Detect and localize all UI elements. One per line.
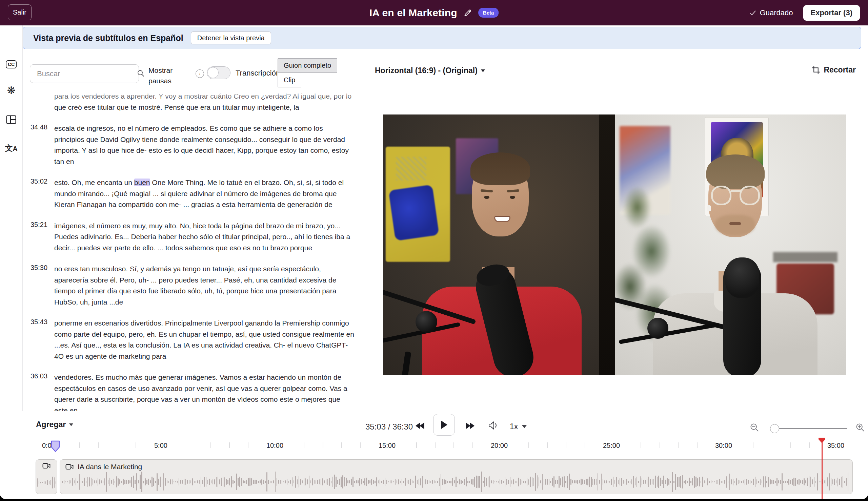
translate-icon[interactable]: 文A xyxy=(4,141,18,155)
info-icon: i xyxy=(195,70,204,78)
ruler-time-label: 25:00 xyxy=(603,442,620,449)
ruler-tick xyxy=(117,443,118,448)
playback-time: 35:03 / 36:30 xyxy=(366,422,413,431)
ruler-tick xyxy=(79,443,80,448)
paragraph-text[interactable]: escala de ingresos, no el número de empl… xyxy=(54,123,354,167)
ruler-time-label: 15:00 xyxy=(379,442,395,449)
ruler-tick xyxy=(566,443,567,448)
ruler-tick xyxy=(304,443,305,448)
speaker-right-shot xyxy=(615,115,847,375)
transcript-paragraph[interactable]: 35:30no eres tan musculoso. Sí, y además… xyxy=(31,264,354,308)
clip-tab[interactable]: Clip xyxy=(278,73,301,87)
ruler-time-label: 5:00 xyxy=(154,442,167,449)
zoom-out-icon[interactable] xyxy=(750,423,759,432)
paragraph-text[interactable]: vendedores. Es mucho más que generar imá… xyxy=(54,372,354,411)
timeline-ruler[interactable]: 0:005:0010:0015:0020:0025:0030:0035:00 xyxy=(22,440,868,455)
paragraph-timestamp: 35:43 xyxy=(31,318,49,362)
play-button[interactable] xyxy=(433,414,455,436)
ruler-tick xyxy=(697,443,698,448)
rewind-button[interactable] xyxy=(415,422,425,430)
transcript-paragraph[interactable]: 35:02esto. Oh, me encanta un buen One Mo… xyxy=(31,177,354,210)
chevron-down-icon xyxy=(522,425,527,428)
ruler-tick xyxy=(790,443,791,448)
video-camera-icon xyxy=(65,463,74,470)
shelf-edge xyxy=(599,115,615,375)
paragraph-text[interactable]: esto. Oh, me encanta un buen One More Th… xyxy=(54,177,354,210)
ruler-tick xyxy=(136,443,136,448)
tool-sidebar: CC ❋ 文A xyxy=(0,25,23,499)
ruler-tick xyxy=(772,443,772,448)
add-dropdown[interactable]: Agregar xyxy=(36,420,73,429)
transcript-paragraph[interactable]: 35:43ponerme en escenarios divertidos. P… xyxy=(31,318,354,362)
timeline-zoom-slider[interactable] xyxy=(770,428,847,429)
transcript-paragraph[interactable]: para los vendedores a aprender. Y voy a … xyxy=(31,91,354,113)
edit-title-icon[interactable] xyxy=(463,9,472,17)
show-pauses-label: Mostrar pausas xyxy=(148,65,184,86)
exit-button[interactable]: Salir xyxy=(8,4,32,20)
ruler-tick xyxy=(641,443,641,448)
paragraph-text[interactable]: no eres tan musculoso. Sí, y además ya t… xyxy=(54,264,354,308)
timeline-marker[interactable] xyxy=(51,440,60,454)
ruler-tick xyxy=(98,443,99,448)
full-script-tab[interactable]: Guion completo xyxy=(278,58,337,73)
paragraph-timestamp: 35:21 xyxy=(31,221,49,254)
transcript-paragraph[interactable]: 34:48escala de ingresos, no el número de… xyxy=(31,123,354,167)
ruler-tick xyxy=(211,443,211,448)
paragraph-timestamp xyxy=(31,91,49,113)
volume-button[interactable] xyxy=(488,421,499,430)
ruler-tick xyxy=(341,443,342,448)
playback-speed-dropdown[interactable]: 1x xyxy=(510,422,527,431)
paragraph-text[interactable]: imágenes, el número es muy, muy alto. No… xyxy=(54,221,354,254)
ruler-tick xyxy=(585,443,585,448)
paragraph-timestamp: 36:03 xyxy=(31,372,49,411)
project-title: IA en el Marketing xyxy=(369,7,457,19)
paragraph-timestamp: 35:02 xyxy=(31,177,49,210)
transcript-list: para los vendedores a aprender. Y voy a … xyxy=(31,91,354,411)
ruler-tick xyxy=(753,443,754,448)
ruler-time-label: 10:00 xyxy=(266,442,283,449)
search-input[interactable] xyxy=(30,70,135,78)
ruler-tick xyxy=(229,443,230,448)
timeline-tracks: IA dans le Marketing xyxy=(35,459,853,494)
fast-forward-button[interactable] xyxy=(465,422,475,430)
topbar: Salir IA en el Marketing Beta Guardado E… xyxy=(0,0,868,25)
ruler-tick xyxy=(528,443,529,448)
video-panel: Horizontal (16:9) - (Original) Recortar xyxy=(361,49,868,411)
playhead[interactable] xyxy=(818,438,825,445)
stop-preview-button[interactable]: Detener la vista previa xyxy=(191,32,271,44)
player-footer: Agregar 35:03 / 36:30 1x xyxy=(22,411,868,499)
ruler-tick xyxy=(435,443,435,448)
main-audio-track[interactable]: IA dans le Marketing xyxy=(60,459,853,494)
play-icon xyxy=(440,420,448,429)
layout-icon[interactable] xyxy=(4,113,18,126)
magic-effects-icon[interactable]: ❋ xyxy=(4,84,18,97)
check-icon xyxy=(749,9,756,17)
crop-button[interactable]: Recortar xyxy=(812,65,856,75)
ruler-tick xyxy=(416,443,417,448)
paragraph-text[interactable]: ponerme en escenarios divertidos. Princi… xyxy=(54,318,354,362)
zoom-in-icon[interactable] xyxy=(856,423,865,432)
clip-segment-mini[interactable] xyxy=(35,459,57,494)
track-name: IA dans le Marketing xyxy=(78,463,142,471)
ruler-time-label: 30:00 xyxy=(715,442,732,449)
ruler-tick xyxy=(678,443,679,448)
glasses xyxy=(711,185,761,207)
export-button[interactable]: Exportar (3) xyxy=(803,5,860,21)
banner-message: Vista previa de subtítulos en Español xyxy=(33,33,183,43)
transcript-paragraph[interactable]: 36:03vendedores. Es mucho más que genera… xyxy=(31,372,354,411)
crop-icon xyxy=(812,66,820,74)
chevron-down-icon xyxy=(69,424,73,426)
transcript-paragraph[interactable]: 35:21imágenes, el número es muy, muy alt… xyxy=(31,221,354,254)
show-pauses-toggle[interactable] xyxy=(207,66,231,79)
waveform xyxy=(62,471,850,492)
video-camera-icon xyxy=(42,462,51,470)
earbud xyxy=(707,205,711,211)
beta-badge: Beta xyxy=(478,8,499,18)
video-preview[interactable] xyxy=(383,115,846,375)
captions-icon[interactable]: CC xyxy=(4,57,18,71)
ruler-tick xyxy=(547,443,548,448)
timeline-zoom-knob[interactable] xyxy=(770,424,779,433)
paragraph-text[interactable]: para los vendedores a aprender. Y voy a … xyxy=(54,91,354,113)
aspect-ratio-dropdown[interactable]: Horizontal (16:9) - (Original) xyxy=(375,66,485,75)
ruler-tick xyxy=(454,443,454,448)
